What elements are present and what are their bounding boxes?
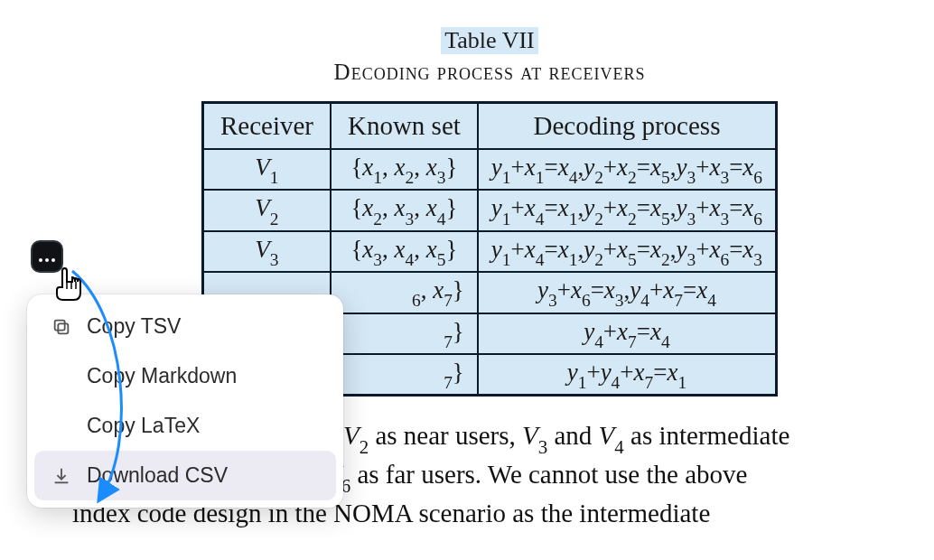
table-title: Decoding process at receivers xyxy=(72,60,907,85)
export-menu: Copy TSV Copy Markdown Copy LaTeX Downlo… xyxy=(27,294,343,508)
cell-decoding: y1+y4+x7=x1 xyxy=(478,354,777,396)
ellipsis-icon xyxy=(39,258,55,262)
menu-item-copy-latex[interactable]: Copy LaTeX xyxy=(34,401,336,451)
table-row: V1 {x1, x2, x3} y1+x1=x4,y2+x2=x5,y3+x3=… xyxy=(202,149,776,190)
col-decoding-process: Decoding process xyxy=(478,103,777,150)
menu-item-download-csv[interactable]: Download CSV xyxy=(34,451,336,500)
text: and xyxy=(547,421,598,450)
cell-known: {x3, x4, x5} xyxy=(331,231,478,272)
col-receiver: Receiver xyxy=(202,103,331,150)
cell-known: {x1, x2, x3} xyxy=(331,149,478,190)
table-header-row: Receiver Known set Decoding process xyxy=(202,103,776,150)
cell-decoding: y4+x7=x4 xyxy=(478,313,777,354)
cell-decoding: y1+x1=x4,y2+x2=x5,y3+x3=x6 xyxy=(478,149,777,190)
download-icon xyxy=(51,465,72,487)
svg-rect-4 xyxy=(55,320,65,330)
cell-known: 7} xyxy=(331,313,478,354)
menu-item-copy-markdown[interactable]: Copy Markdown xyxy=(34,351,336,401)
cell-receiver: V2 xyxy=(202,190,331,230)
menu-item-label: Copy TSV xyxy=(87,314,181,339)
text: as near users, xyxy=(369,421,522,450)
text: as far users. We cannot use the above xyxy=(350,460,747,489)
menu-item-label: Copy LaTeX xyxy=(87,414,200,438)
table-row: V3 {x3, x4, x5} y1+x4=x1,y2+x5=x2,y3+x6=… xyxy=(202,231,776,272)
cell-receiver: V3 xyxy=(202,231,331,272)
copy-icon xyxy=(51,316,72,338)
cell-known: {x2, x3, x4} xyxy=(331,190,478,230)
col-known-set: Known set xyxy=(331,103,478,150)
text: as intermediate xyxy=(624,421,790,450)
menu-item-label: Copy Markdown xyxy=(87,364,237,388)
table-number: Table VII xyxy=(441,27,538,54)
menu-item-copy-tsv[interactable]: Copy TSV xyxy=(34,302,336,351)
cell-known: 7} xyxy=(331,354,478,396)
menu-item-label: Download CSV xyxy=(87,463,228,488)
cell-decoding: y1+x4=x1,y2+x2=x5,y3+x3=x6 xyxy=(478,190,777,230)
table-row: V2 {x2, x3, x4} y1+x4=x1,y2+x2=x5,y3+x3=… xyxy=(202,190,776,230)
cell-known: 6, x7} xyxy=(331,272,478,313)
table-caption: Table VII Decoding process at receivers xyxy=(72,27,907,85)
cell-decoding: y3+x6=x3,y4+x7=x4 xyxy=(478,272,777,313)
svg-rect-3 xyxy=(58,323,68,333)
more-options-button[interactable] xyxy=(31,240,63,273)
cell-decoding: y1+x4=x1,y2+x5=x2,y3+x6=x3 xyxy=(478,231,777,272)
cell-receiver: V1 xyxy=(202,149,331,190)
